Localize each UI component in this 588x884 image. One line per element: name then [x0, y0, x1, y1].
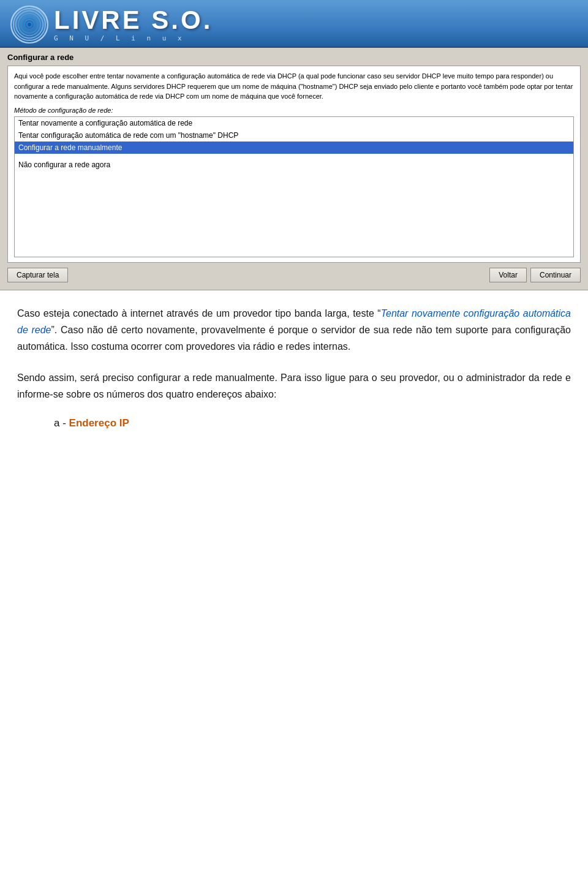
- option-manual[interactable]: Configurar a rede manualmente: [15, 142, 573, 154]
- logo-subtitle: G N U / L i n u x: [54, 34, 213, 42]
- list-item-a-bold: Endereço IP: [69, 417, 129, 429]
- dialog-body: Aqui você pode escolher entre tentar nov…: [7, 66, 581, 263]
- para1-end: ”. Caso não dê certo novamente, provavel…: [17, 325, 571, 352]
- dialog-container: Configurar a rede Aqui você pode escolhe…: [0, 48, 588, 290]
- back-button[interactable]: Voltar: [489, 268, 527, 282]
- option-auto-retry[interactable]: Tentar novamente a configuração automáti…: [15, 117, 573, 129]
- empty-space: [15, 171, 573, 257]
- paragraph-1: Caso esteja conectado à internet através…: [17, 305, 571, 355]
- logo-text: LIVRE S.O. G N U / L i n u x: [54, 7, 213, 42]
- dialog-buttons: Capturar tela Voltar Continuar: [7, 268, 581, 282]
- nav-buttons: Voltar Continuar: [489, 268, 581, 282]
- option-list: Tentar novamente a configuração automáti…: [14, 116, 574, 257]
- logo-spiral-icon: [10, 5, 49, 44]
- option-no-config[interactable]: Não configurar a rede agora: [15, 159, 573, 171]
- option-gap: [15, 154, 573, 159]
- dialog-title: Configurar a rede: [7, 53, 581, 62]
- article: Caso esteja conectado à internet através…: [0, 290, 588, 447]
- method-label: Método de configuração de rede:: [14, 107, 574, 114]
- para1-start: Caso esteja conectado à internet através…: [17, 308, 381, 319]
- capture-button[interactable]: Capturar tela: [7, 268, 68, 282]
- dialog-description: Aqui você pode escolher entre tentar nov…: [14, 71, 574, 102]
- paragraph-2: Sendo assim, será preciso configurar a r…: [17, 369, 571, 402]
- list-item-a: a - Endereço IP: [54, 417, 571, 429]
- list-item-a-prefix: a -: [54, 417, 69, 429]
- option-auto-hostname[interactable]: Tentar configuração automática de rede c…: [15, 129, 573, 142]
- header: LIVRE S.O. G N U / L i n u x: [0, 0, 588, 48]
- logo-title: LIVRE S.O.: [54, 7, 213, 33]
- continue-button[interactable]: Continuar: [530, 268, 581, 282]
- svg-point-7: [28, 23, 31, 26]
